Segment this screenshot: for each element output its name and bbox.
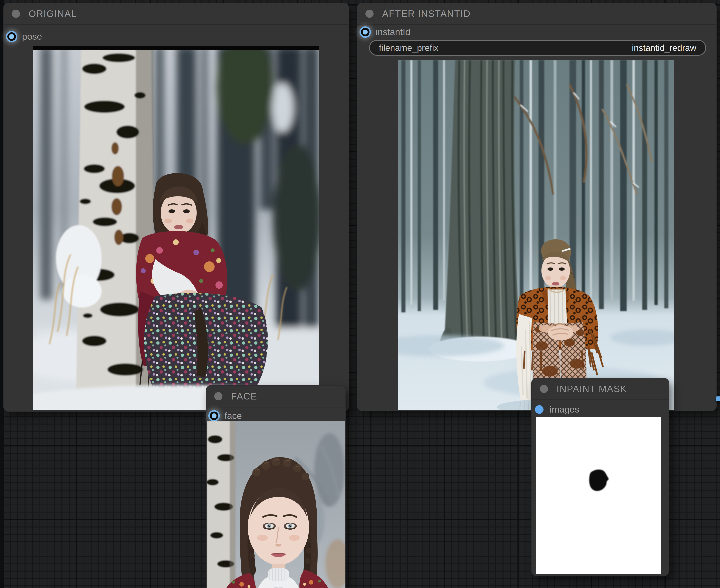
node-title: ORIGINAL bbox=[28, 8, 77, 19]
collapse-dot-icon[interactable] bbox=[12, 9, 20, 18]
mask-image-preview bbox=[536, 417, 661, 574]
node-after-instantid[interactable]: AFTER INSTANTID instantId filename_prefi… bbox=[357, 3, 717, 411]
input-slot-instantid[interactable]: instantId bbox=[362, 26, 410, 38]
slot-ring-icon[interactable] bbox=[210, 412, 218, 420]
face-image-preview bbox=[207, 421, 345, 588]
mask-image bbox=[536, 417, 661, 574]
collapse-dot-icon[interactable] bbox=[214, 392, 223, 400]
node-face[interactable]: FACE face bbox=[206, 385, 346, 588]
slot-ring-icon[interactable] bbox=[361, 28, 369, 36]
node-title: AFTER INSTANTID bbox=[382, 8, 471, 19]
node-title: FACE bbox=[231, 391, 257, 402]
node-original-header[interactable]: ORIGINAL bbox=[4, 3, 349, 25]
input-slot-images[interactable]: images bbox=[536, 404, 579, 415]
collapse-dot-icon[interactable] bbox=[540, 385, 548, 393]
pose-photo bbox=[33, 46, 319, 410]
widget-value: instantid_redraw bbox=[632, 43, 696, 53]
slot-ring-icon[interactable] bbox=[7, 32, 16, 41]
widget-label: filename_prefix bbox=[379, 43, 439, 53]
filename-prefix-widget[interactable]: filename_prefix instantid_redraw bbox=[369, 40, 706, 56]
node-graph-canvas[interactable]: ORIGINAL pose bbox=[0, 0, 720, 588]
pose-image-preview bbox=[33, 46, 319, 410]
node-inpaint-mask[interactable]: INPAINT MASK images bbox=[531, 378, 669, 576]
link-wire-stub bbox=[716, 396, 720, 401]
slot-dot-icon[interactable] bbox=[535, 405, 544, 414]
input-slot-pose[interactable]: pose bbox=[8, 31, 42, 42]
node-original[interactable]: ORIGINAL pose bbox=[3, 3, 349, 412]
collapse-dot-icon[interactable] bbox=[365, 9, 374, 18]
node-after-header[interactable]: AFTER INSTANTID bbox=[357, 3, 716, 25]
face-photo bbox=[207, 421, 345, 588]
canvas-left-edge bbox=[0, 0, 3, 588]
node-face-header[interactable]: FACE bbox=[206, 385, 345, 407]
instantid-image-preview bbox=[398, 60, 674, 410]
input-slot-face[interactable]: face bbox=[211, 410, 242, 422]
instantid-photo bbox=[398, 60, 674, 410]
node-inpaint-header[interactable]: INPAINT MASK bbox=[532, 378, 669, 400]
node-title: INPAINT MASK bbox=[557, 383, 627, 394]
